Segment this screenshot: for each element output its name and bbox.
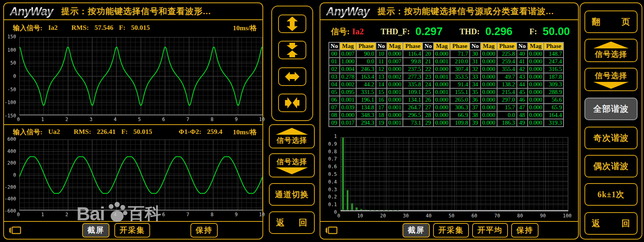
tick-label: 6 bbox=[162, 212, 165, 217]
tick-label: 0.4 bbox=[328, 179, 337, 185]
plot2-y-axis-labels: 6004002000-200-400-600 bbox=[4, 136, 18, 214]
triangle-up-icon bbox=[593, 42, 629, 48]
power-analyzer-ui: AnyWay 提示：按功能键选择信号和查看波形... 输入信号: Ia2 RMS… bbox=[0, 0, 644, 242]
table-row: 000.00790.0100.000116.4200.00071.7300.00… bbox=[329, 50, 564, 58]
start-capture-button[interactable]: 开采集 bbox=[114, 223, 150, 238]
signal-select-up-button-right[interactable]: 信号选择 bbox=[584, 39, 638, 62]
tick-label: 100 bbox=[563, 213, 572, 219]
tick-label: 2 bbox=[65, 212, 68, 217]
tick-label: 10 bbox=[357, 213, 363, 219]
signal-select-down-button[interactable]: 信号选择 bbox=[269, 153, 315, 177]
plot1-signal-value: Ia2 bbox=[48, 24, 58, 32]
freq-value: 50.00 bbox=[543, 25, 570, 38]
all-harmonics-button[interactable]: 全部谐波 bbox=[584, 98, 638, 120]
hold-button-right[interactable]: 保持 bbox=[511, 223, 539, 238]
compress-vertical-button[interactable] bbox=[278, 41, 306, 59]
back-label-right: 回 bbox=[621, 218, 630, 229]
triangle-down-icon bbox=[593, 82, 629, 89]
plot1-x-axis-labels: 012345678910 bbox=[17, 117, 265, 122]
expand-vertical-icon bbox=[284, 16, 300, 32]
tick-label: 150 bbox=[7, 34, 16, 40]
table-row: 080.000348.3180.000296.5280.00066.9380.0… bbox=[329, 111, 564, 119]
start-capture-button-right[interactable]: 开采集 bbox=[433, 223, 469, 238]
plot2-signal-label: 输入信号: bbox=[13, 127, 43, 137]
tick-label: 30 bbox=[403, 213, 409, 219]
tick-label: 10 bbox=[259, 117, 264, 122]
tick-label: 1 bbox=[41, 212, 44, 217]
harmonics-table: NoMagPhaseNoMagPhaseNoMagPhaseNoMagPhase… bbox=[328, 42, 564, 127]
signal-label: 信号: bbox=[331, 26, 350, 37]
back-button-right-panel[interactable]: 返 回 bbox=[584, 212, 638, 235]
table-row: 060.001196.1160.000134.1260.000265.0360.… bbox=[329, 96, 564, 104]
ua2-waveform-chart bbox=[19, 140, 262, 211]
plot1-rms-label: RMS: bbox=[71, 24, 89, 32]
start-average-button[interactable]: 开平均 bbox=[472, 223, 508, 238]
spectrum-y-axis-labels: 10.90.80.70.60.50.40.30.20.10 bbox=[326, 134, 339, 215]
signal-value: Ia2 bbox=[352, 27, 364, 37]
signal-select-down-button-right[interactable]: 信号选择 bbox=[584, 68, 638, 91]
tick-label: 0.9 bbox=[328, 141, 337, 147]
tick-label: -200 bbox=[4, 184, 16, 190]
tick-label: 0.6 bbox=[328, 164, 337, 169]
even-harmonics-button[interactable]: 偶次谐波 bbox=[584, 155, 638, 177]
tick-label: 0 bbox=[334, 209, 337, 215]
tick-label: 40 bbox=[426, 213, 431, 219]
thd-label: THD: bbox=[460, 27, 480, 36]
waveform-controls-column: 信号选择 信号选择 通道切换 返 回 bbox=[265, 2, 319, 240]
freq-label: F: bbox=[529, 27, 537, 36]
signal-select-up-button[interactable]: 信号选择 bbox=[269, 124, 315, 148]
channel-switch-button[interactable]: 通道切换 bbox=[269, 183, 315, 206]
page-flip-button[interactable]: 翻 页 bbox=[584, 10, 638, 33]
tick-label: -150 bbox=[4, 113, 16, 119]
table-row: 011.0000.0110.00799.8210.001210.0310.000… bbox=[329, 58, 564, 65]
tick-label: 3 bbox=[89, 117, 92, 122]
tick-label: -600 bbox=[4, 208, 16, 214]
tick-label: 2 bbox=[65, 117, 68, 122]
signal-select-down-label: 信号选择 bbox=[277, 157, 307, 167]
screenshot-button[interactable]: 截屏 bbox=[82, 223, 109, 238]
tick-label: 0.8 bbox=[328, 149, 337, 154]
plot-divider bbox=[4, 124, 262, 125]
tick-label: 0.3 bbox=[328, 187, 337, 192]
tick-label: 0.1 bbox=[328, 202, 337, 207]
plot2-timebase: 10ms/格 bbox=[233, 127, 257, 137]
table-row: 040.00244.2140.000335.8240.00091.4340.00… bbox=[329, 81, 564, 88]
harmonic-spectrum-chart bbox=[341, 137, 568, 211]
tick-label: 9 bbox=[235, 212, 237, 217]
tick-label: 8 bbox=[211, 212, 213, 217]
hold-button[interactable]: 保持 bbox=[190, 223, 218, 238]
tick-label: 60 bbox=[471, 213, 477, 219]
page-flip-label-left: 翻 bbox=[592, 16, 601, 27]
tick-label: 70 bbox=[494, 213, 500, 219]
plot1-freq-label: F: bbox=[119, 24, 126, 32]
compress-horizontal-button[interactable] bbox=[278, 94, 306, 112]
back-button-left-panel[interactable]: 返 回 bbox=[269, 211, 315, 234]
table-row: 050.095331.5150.001109.1250.001155.1350.… bbox=[329, 88, 564, 96]
waveform-panel: AnyWay 提示：按功能键选择信号和查看波形... 输入信号: Ia2 RMS… bbox=[3, 2, 263, 240]
tick-label: 100 bbox=[7, 47, 16, 53]
tick-label: 1 bbox=[41, 117, 44, 122]
plot1-y-axis-labels: 150100500-50-100-150 bbox=[4, 34, 18, 119]
tick-label: 9 bbox=[235, 117, 237, 122]
battery-icon bbox=[8, 225, 22, 235]
table-row: 090.017294.3190.00173.1290.000109.8390.0… bbox=[329, 119, 564, 127]
battery-icon-right bbox=[324, 225, 338, 235]
harmonics-info-row: 信号: Ia2 THD_F: 0.297 THD: 0.296 F: 50.00 bbox=[331, 23, 574, 40]
thdf-label: THD_F: bbox=[381, 27, 410, 36]
back-label-left: 返 bbox=[592, 218, 601, 229]
tick-label: 600 bbox=[7, 136, 16, 142]
tick-label: -400 bbox=[4, 196, 16, 202]
tick-label: 0.5 bbox=[328, 171, 337, 177]
six-k-harmonics-button[interactable]: 6k±1次 bbox=[584, 183, 638, 206]
tick-label: 7 bbox=[186, 212, 189, 217]
tick-label: 10 bbox=[259, 212, 264, 217]
expand-vertical-button[interactable] bbox=[278, 15, 306, 33]
tick-label: 4 bbox=[114, 212, 117, 217]
odd-harmonics-button[interactable]: 奇次谐波 bbox=[584, 127, 638, 149]
signal-select-up-label: 信号选择 bbox=[277, 136, 307, 145]
table-row: 070.039134.8170.001264.7270.000306.3370.… bbox=[329, 104, 564, 111]
tick-label: 0 bbox=[17, 117, 20, 122]
expand-horizontal-button[interactable] bbox=[278, 67, 306, 86]
anyway-logo: AnyWay bbox=[10, 5, 55, 18]
screenshot-button-right[interactable]: 截屏 bbox=[402, 223, 430, 238]
